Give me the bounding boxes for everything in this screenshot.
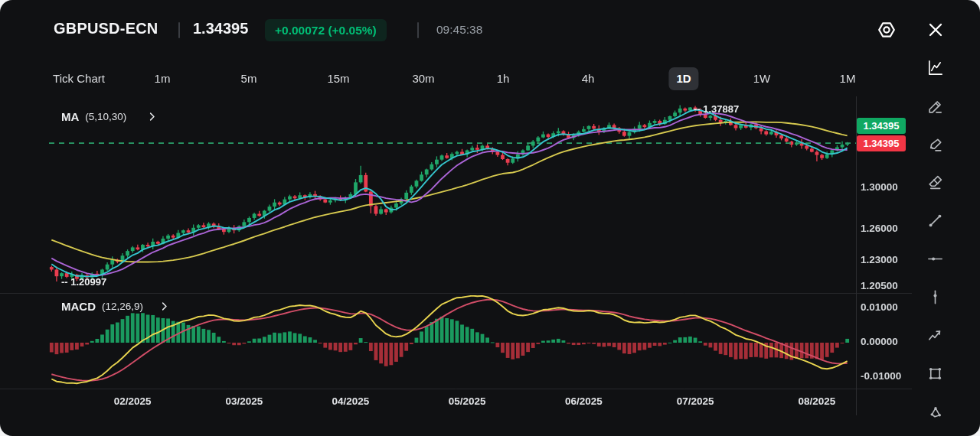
trading-chart-window: GBPUSD-ECN 1.34395 +0.00072 (+0.05%) 09:… <box>0 0 980 436</box>
chevron-right-icon[interactable] <box>158 301 170 312</box>
price-axis-label: 1.20500 <box>861 280 898 291</box>
price-axis-label: 1.30000 <box>861 181 898 193</box>
macd-axis-label: 0.00000 <box>861 336 898 347</box>
month-label: 07/2025 <box>677 395 714 407</box>
close-icon[interactable] <box>923 17 949 43</box>
macd-axis-label: 0.01000 <box>861 301 898 313</box>
chevron-right-icon[interactable] <box>146 111 158 122</box>
tab-1d[interactable]: 1D <box>668 67 698 90</box>
pencil-icon[interactable] <box>921 93 949 120</box>
month-label: 06/2025 <box>565 395 603 407</box>
tab-tick-chart[interactable]: Tick Chart <box>45 67 113 90</box>
price-change-badge: +0.00072 (+0.05%) <box>265 19 387 41</box>
vertical-line-icon[interactable] <box>921 283 949 311</box>
ask-price-badge: 1.34395 <box>857 118 906 134</box>
tab-4h[interactable]: 4h <box>574 67 603 90</box>
month-label: 05/2025 <box>449 395 486 407</box>
tab-1m[interactable]: 1m <box>147 67 178 90</box>
month-label: 02/2025 <box>114 395 152 407</box>
marker-icon[interactable] <box>921 131 949 158</box>
bid-price-badge: 1.34395 <box>857 135 906 151</box>
tab-5m[interactable]: 5m <box>234 67 265 90</box>
tab-15m[interactable]: 15m <box>319 67 357 90</box>
ma-indicator-label: MA (5,10,30) <box>61 110 158 123</box>
header-divider <box>178 22 180 38</box>
last-price-value: 1.34395 <box>193 20 248 37</box>
rectangle-tool-icon[interactable] <box>921 360 949 387</box>
macd-name: MACD <box>61 300 96 313</box>
macd-axis-label: -0.01000 <box>861 370 901 382</box>
tab-30m[interactable]: 30m <box>404 67 442 90</box>
settings-icon[interactable] <box>874 17 900 43</box>
chart-type-icon[interactable] <box>921 54 949 81</box>
chart-canvas[interactable] <box>0 0 980 436</box>
macd-params: (12,26,9) <box>102 301 143 312</box>
month-label: 04/2025 <box>332 395 369 407</box>
macd-indicator-label: MACD (12,26,9) <box>61 300 170 313</box>
eraser-icon[interactable] <box>921 168 949 196</box>
price-axis-label: 1.23000 <box>861 254 898 265</box>
month-label: 03/2025 <box>225 395 263 407</box>
trend-line-icon[interactable] <box>921 207 949 234</box>
horizontal-ray-icon[interactable] <box>921 245 949 272</box>
ma-name: MA <box>61 110 79 123</box>
month-label: 08/2025 <box>799 395 836 407</box>
tab-1h[interactable]: 1h <box>489 67 518 90</box>
price-axis-label: 1.26000 <box>861 223 898 234</box>
high-price-annotation: -- 1.37887 <box>694 103 739 115</box>
tab-1m[interactable]: 1M <box>832 67 864 90</box>
header-divider <box>417 22 419 38</box>
symbol-title: GBPUSD-ECN <box>54 20 158 37</box>
tab-1w[interactable]: 1W <box>746 67 779 90</box>
low-price-annotation: -- 1.20997 <box>61 276 106 288</box>
server-time: 09:45:38 <box>436 23 482 37</box>
polygon-tool-icon[interactable] <box>921 398 949 425</box>
wave-arrow-icon[interactable] <box>921 321 949 349</box>
ma-params: (5,10,30) <box>85 111 126 122</box>
